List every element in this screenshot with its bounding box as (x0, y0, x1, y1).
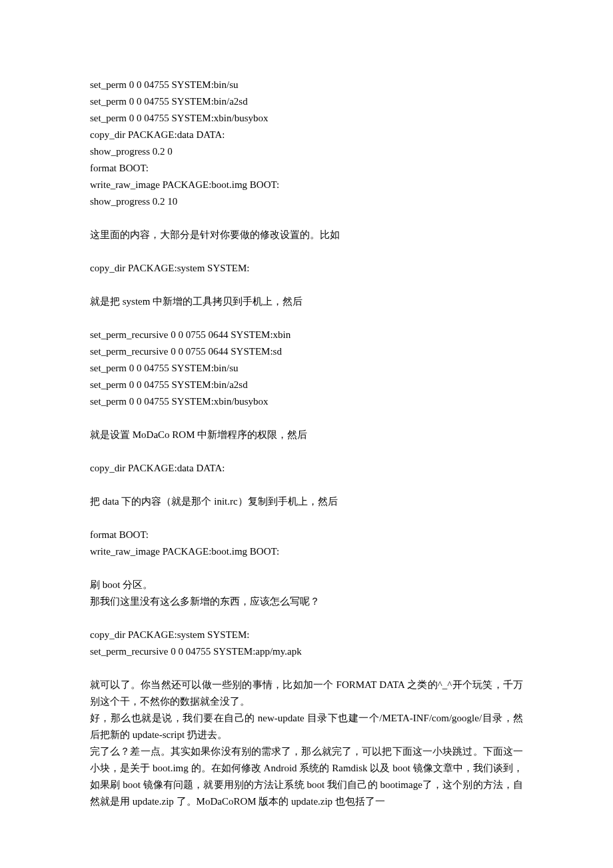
document-page: set_perm 0 0 04755 SYSTEM:bin/su set_per… (0, 0, 613, 850)
text-line: set_perm 0 0 04755 SYSTEM:xbin/busybox (90, 110, 523, 127)
blank-line (90, 310, 523, 327)
text-line: show_progress 0.2 0 (90, 143, 523, 160)
text-line: 这里面的内容，大部分是针对你要做的修改设置的。比如 (90, 227, 523, 243)
blank-line (90, 210, 523, 227)
blank-line (90, 277, 523, 293)
text-line: 刷 boot 分区。 (90, 577, 523, 593)
text-line: format BOOT: (90, 160, 523, 177)
text-line: 就是设置 MoDaCo ROM 中新增程序的权限，然后 (90, 427, 523, 443)
blank-line (90, 560, 523, 577)
text-line: 好，那么也就是说，我们要在自己的 new-update 目录下也建一个/META… (90, 710, 523, 743)
text-line: 就可以了。你当然还可以做一些别的事情，比如加一个 FORMAT DATA 之类的… (90, 677, 523, 710)
text-line: format BOOT: (90, 527, 523, 543)
blank-line (90, 660, 523, 677)
blank-line (90, 243, 523, 260)
text-line: write_raw_image PACKAGE:boot.img BOOT: (90, 543, 523, 560)
blank-line (90, 510, 523, 527)
blank-line (90, 610, 523, 627)
text-line: 那我们这里没有这么多新增的东西，应该怎么写呢？ (90, 593, 523, 610)
text-line: 把 data 下的内容（就是那个 init.rc）复制到手机上，然后 (90, 493, 523, 510)
blank-line (90, 410, 523, 427)
text-line: copy_dir PACKAGE:data DATA: (90, 127, 523, 143)
text-line: set_perm 0 0 04755 SYSTEM:xbin/busybox (90, 393, 523, 410)
text-line: 完了么？差一点。其实如果你没有别的需求了，那么就完了，可以把下面这一小块跳过。下… (90, 743, 523, 810)
text-line: set_perm 0 0 04755 SYSTEM:bin/su (90, 77, 523, 93)
text-line: set_perm 0 0 04755 SYSTEM:bin/a2sd (90, 93, 523, 110)
blank-line (90, 443, 523, 460)
text-line: write_raw_image PACKAGE:boot.img BOOT: (90, 177, 523, 193)
text-line: set_perm 0 0 04755 SYSTEM:bin/su (90, 360, 523, 377)
text-line: set_perm_recursive 0 0 04755 SYSTEM:app/… (90, 643, 523, 660)
text-line: show_progress 0.2 10 (90, 193, 523, 210)
text-line: set_perm_recursive 0 0 0755 0644 SYSTEM:… (90, 327, 523, 343)
text-line: copy_dir PACKAGE:system SYSTEM: (90, 627, 523, 643)
text-line: set_perm_recursive 0 0 0755 0644 SYSTEM:… (90, 343, 523, 360)
text-line: set_perm 0 0 04755 SYSTEM:bin/a2sd (90, 377, 523, 393)
text-line: 就是把 system 中新增的工具拷贝到手机上，然后 (90, 293, 523, 310)
text-line: copy_dir PACKAGE:data DATA: (90, 460, 523, 477)
blank-line (90, 477, 523, 493)
text-line: copy_dir PACKAGE:system SYSTEM: (90, 260, 523, 277)
